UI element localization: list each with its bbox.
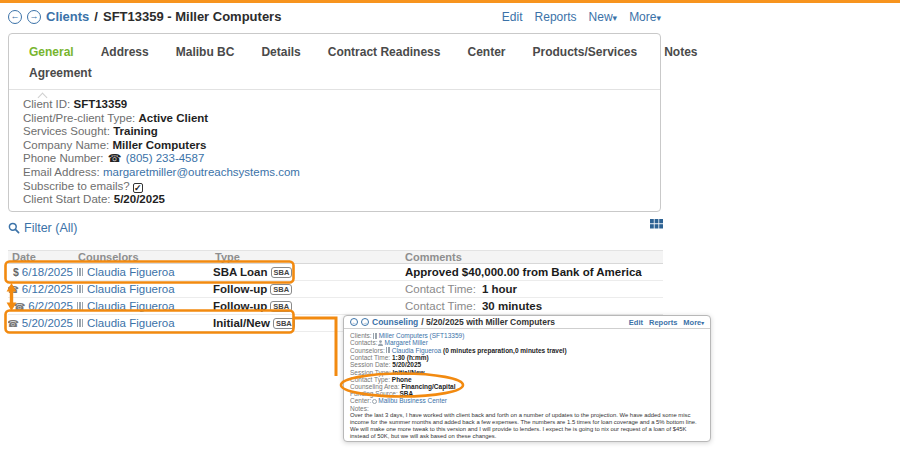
popup-field-contacts: Contacts:Margaret Miller xyxy=(350,339,704,347)
field-company-name: Company Name: Miller Computers xyxy=(23,139,660,153)
center-icon xyxy=(372,399,377,404)
field-phone-number: Phone Number: ☎ (805) 233-4587 xyxy=(23,152,660,166)
popup-field-center: Center:Malibu Business Center xyxy=(350,397,704,404)
tab-notes[interactable]: Notes xyxy=(664,45,697,59)
back-record-icon[interactable]: ← xyxy=(8,10,22,24)
breadcrumb-separator: / xyxy=(94,9,98,24)
col-comments: Comments xyxy=(397,251,663,263)
breadcrumb-clients-link[interactable]: Clients xyxy=(46,9,89,24)
col-type: Type xyxy=(213,251,397,263)
field-client-type: Client/Pre-client Type: Active Client xyxy=(23,112,660,126)
new-dropdown[interactable]: New▾ xyxy=(589,10,618,24)
session-date-link[interactable]: 6/12/2025 xyxy=(22,283,73,295)
popup-field-counselors: Counselors:Claudia Figueroa (0 minutes p… xyxy=(350,347,704,354)
field-client-id: Client ID: SFT13359 xyxy=(23,98,660,112)
counseling-popup: ← → Counseling / 5/20/2025 with Miller C… xyxy=(343,315,711,442)
popup-edit-button[interactable]: Edit xyxy=(629,318,643,327)
sba-badge: SBA xyxy=(273,318,295,329)
popup-field-contact-time: Contact Time: 1:30 (h:mm) xyxy=(350,354,704,361)
forward-record-icon[interactable]: → xyxy=(361,318,369,326)
popup-field-funding-source: Funding Source: SBA xyxy=(350,390,704,397)
counseling-link[interactable]: Counseling xyxy=(372,317,418,327)
comment-label: Contact Time: xyxy=(405,300,476,312)
tab-contract-readiness[interactable]: Contract Readiness xyxy=(328,45,441,59)
table-row[interactable]: ☎6/2/2025 Claudia Figueroa Follow-upSBA … xyxy=(8,298,663,315)
comment-value: 1 hour xyxy=(482,283,517,295)
reports-button[interactable]: Reports xyxy=(535,10,577,24)
filter-label[interactable]: Filter (All) xyxy=(24,221,77,235)
popup-body: Clients:Miller Computers (SFT13359) Cont… xyxy=(344,329,710,442)
table-view-icon[interactable] xyxy=(650,219,663,229)
filter-control[interactable]: Filter (All) xyxy=(8,221,77,235)
app-window: ← → Clients / SFT13359 - Miller Computer… xyxy=(0,0,900,450)
tab-details[interactable]: Details xyxy=(261,45,300,59)
session-comment: Approved $40,000.00 from Bank of America xyxy=(405,266,642,278)
popup-reports-button[interactable]: Reports xyxy=(649,318,677,327)
forward-record-icon[interactable]: → xyxy=(27,10,41,24)
tab-malibu-bc[interactable]: Malibu BC xyxy=(176,45,235,59)
counselor-link[interactable]: Claudia Figueroa xyxy=(392,347,442,354)
field-subscribe: Subscribe to emails?✓ xyxy=(23,180,660,194)
counselor-link[interactable]: Claudia Figueroa xyxy=(87,283,175,295)
session-type: Follow-up xyxy=(213,300,267,312)
popup-more-dropdown[interactable]: More▾ xyxy=(683,318,704,327)
table-row[interactable]: ☎6/12/2025 Claudia Figueroa Follow-upSBA… xyxy=(8,281,663,298)
popup-field-clients: Clients:Miller Computers (SFT13359) xyxy=(350,332,704,339)
col-date: Date xyxy=(8,251,76,263)
tab-products-services[interactable]: Products/Services xyxy=(532,45,637,59)
organization-icon xyxy=(373,333,378,339)
organization-icon xyxy=(77,302,83,310)
table-row[interactable]: $6/18/2025 Claudia Figueroa SBA LoanSBA … xyxy=(8,264,663,281)
tab-address[interactable]: Address xyxy=(101,45,149,59)
client-fields: Client ID: SFT13359 Client/Pre-client Ty… xyxy=(9,90,660,207)
organization-icon xyxy=(77,319,83,327)
client-link[interactable]: Miller Computers (SFT13359) xyxy=(379,332,465,339)
page-title: SFT13359 - Miller Computers xyxy=(103,9,281,24)
tab-agreement[interactable]: Agreement xyxy=(29,66,92,80)
popup-field-contact-type: Contact Type: Phone xyxy=(350,376,704,383)
breadcrumb: ← → Clients / SFT13359 - Miller Computer… xyxy=(8,9,661,24)
dollar-icon: $ xyxy=(13,266,19,278)
popup-field-counseling-area: Counseling Area: Financing/Capital xyxy=(350,383,704,390)
phone-icon: ☎ xyxy=(108,152,122,164)
organization-icon xyxy=(77,268,83,276)
phone-icon: ☎ xyxy=(8,284,19,295)
contact-link[interactable]: Margaret Miller xyxy=(384,339,427,346)
popup-title: / 5/20/2025 with Miller Computers xyxy=(421,317,555,327)
tab-bar: General Address Malibu BC Details Contra… xyxy=(9,34,660,89)
client-detail-card: General Address Malibu BC Details Contra… xyxy=(8,33,661,212)
phone-icon: ☎ xyxy=(8,318,19,329)
session-date-link[interactable]: 6/18/2025 xyxy=(22,266,73,278)
search-icon xyxy=(8,222,20,234)
session-type: SBA Loan xyxy=(213,266,268,278)
person-icon xyxy=(378,340,383,347)
session-date-link[interactable]: 6/2/2025 xyxy=(28,300,73,312)
popup-notes-text: Over the last 3 days, I have worked with… xyxy=(350,412,704,440)
tab-center[interactable]: Center xyxy=(467,45,505,59)
phone-link[interactable]: (805) 233-4587 xyxy=(126,152,205,164)
chevron-down-icon: ▾ xyxy=(656,13,661,23)
email-link[interactable]: margaretmiller@outreachsystems.com xyxy=(103,166,300,178)
sba-badge: SBA xyxy=(270,301,292,312)
popup-header: ← → Counseling / 5/20/2025 with Miller C… xyxy=(344,316,710,329)
tab-general[interactable]: General xyxy=(29,45,74,59)
session-type: Follow-up xyxy=(213,283,267,295)
organization-icon xyxy=(77,285,83,293)
top-accent-bar xyxy=(0,0,900,3)
popup-field-session-type: Session Type: Initial/New xyxy=(350,369,704,376)
more-dropdown[interactable]: More▾ xyxy=(629,10,661,24)
counselor-link[interactable]: Claudia Figueroa xyxy=(87,266,175,278)
back-record-icon[interactable]: ← xyxy=(350,318,358,326)
chevron-down-icon: ▾ xyxy=(613,13,618,23)
counselor-link[interactable]: Claudia Figueroa xyxy=(87,300,175,312)
edit-button[interactable]: Edit xyxy=(502,10,523,24)
field-services-sought: Services Sought: Training xyxy=(23,125,660,139)
session-date-link[interactable]: 5/20/2025 xyxy=(22,317,73,329)
chevron-down-icon: ▾ xyxy=(701,320,704,326)
center-link[interactable]: Malibu Business Center xyxy=(378,397,447,404)
subscribe-checkbox[interactable]: ✓ xyxy=(133,183,143,193)
field-email: Email Address: margaretmiller@outreachsy… xyxy=(23,166,660,180)
counselor-link[interactable]: Claudia Figueroa xyxy=(87,317,175,329)
session-type: Initial/New xyxy=(213,317,270,329)
col-counselors: Counselors xyxy=(76,251,213,263)
